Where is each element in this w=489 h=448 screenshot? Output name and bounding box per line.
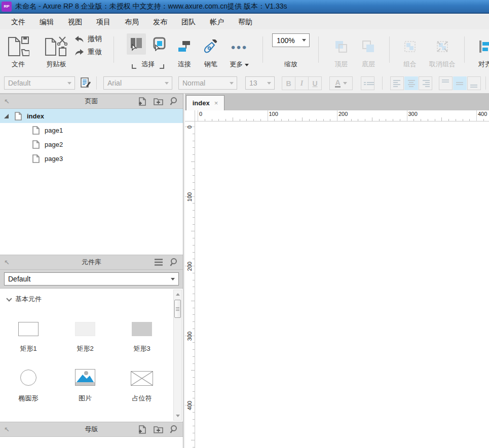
font-size-select[interactable]: 13 [245, 76, 275, 90]
tree-item-page2[interactable]: page2 [0, 137, 183, 151]
scroll-up-icon[interactable] [176, 293, 180, 296]
bold-button[interactable]: B [282, 76, 295, 90]
widget-item-rect3[interactable]: 矩形3 [114, 307, 170, 356]
clipboard-icon [44, 33, 68, 60]
chevron-down-icon [6, 296, 12, 301]
ruler-tick [193, 217, 195, 218]
pen-label: 钢笔 [204, 60, 217, 69]
file-button[interactable]: 文件 [3, 33, 33, 69]
menu-item-6[interactable]: 团队 [174, 16, 203, 29]
undo-icon [75, 36, 84, 43]
menu-item-1[interactable]: 编辑 [32, 16, 61, 29]
align-bottom-icon [470, 79, 478, 88]
add-page-icon[interactable] [138, 425, 147, 434]
redo-button[interactable]: 重做 [75, 48, 102, 57]
tree-item-page3[interactable]: page3 [0, 151, 183, 166]
library-value: Default [5, 275, 167, 283]
ruler-tick [309, 119, 310, 121]
ruler-tick [386, 119, 386, 121]
bring-front-button[interactable]: 顶层 [329, 33, 353, 69]
align-right-button[interactable] [419, 76, 432, 90]
search-icon[interactable] [170, 97, 179, 106]
ungroup-button[interactable]: 取消组合 [425, 33, 460, 69]
align-top-button[interactable] [439, 76, 453, 90]
more-button[interactable]: ●●● 更多 [225, 33, 253, 69]
menu-item-7[interactable]: 帐户 [203, 16, 231, 29]
ruler-tick [413, 119, 414, 121]
font-color-button[interactable]: A [329, 76, 353, 90]
bring-front-label: 顶层 [334, 60, 348, 69]
zoom-select[interactable]: 100% [272, 33, 310, 47]
ruler-label: 400 [478, 111, 487, 117]
connect-button[interactable]: 连接 [173, 33, 196, 69]
menu-item-4[interactable]: 布局 [118, 16, 146, 29]
ruler-tick [193, 329, 195, 329]
ruler-tick [428, 119, 428, 121]
library-select[interactable]: Default [4, 272, 179, 286]
font-weight-select[interactable]: Normal [178, 76, 237, 90]
ruler-tick [193, 433, 195, 433]
clipboard-button[interactable]: 剪贴板 [40, 33, 73, 69]
undo-button[interactable]: 撤销 [75, 34, 102, 44]
widget-item-ellipse[interactable]: 椭圆形 [0, 356, 57, 406]
style-select[interactable]: Default [4, 76, 75, 90]
zoom-group: 100% 缩放 [271, 33, 311, 69]
search-icon[interactable] [170, 425, 179, 434]
widget-item-placeholder[interactable]: 占位符 [114, 356, 170, 406]
widget-item-image[interactable]: 图片 [57, 356, 114, 406]
underline-button[interactable]: U [308, 76, 322, 90]
toolbar-separator [262, 36, 263, 63]
align-bottom-button[interactable] [467, 76, 481, 90]
ruler-tick [233, 117, 233, 121]
group-icon [403, 33, 417, 60]
group-button[interactable]: 组合 [398, 33, 422, 69]
tree-expand-icon[interactable] [4, 114, 9, 118]
scrollbar-thumb[interactable] [174, 300, 181, 318]
italic-button[interactable]: I [295, 76, 309, 90]
ruler-tick [407, 110, 407, 121]
add-folder-icon[interactable] [154, 425, 163, 434]
add-page-icon[interactable] [138, 97, 147, 106]
menu-item-2[interactable]: 视图 [61, 16, 89, 29]
tab-index[interactable]: index × [186, 95, 224, 110]
more-label: 更多 [230, 60, 249, 69]
menu-item-8[interactable]: 帮助 [231, 16, 259, 29]
menu-item-5[interactable]: 发布 [146, 16, 174, 29]
ruler-tick [212, 119, 212, 121]
menu-item-3[interactable]: 项目 [89, 16, 118, 29]
select-contain-button[interactable] [150, 33, 169, 55]
pages-panel: ↖ 页面 [0, 94, 183, 255]
align-button[interactable]: 对齐 [473, 33, 489, 69]
ruler-tick [193, 384, 195, 385]
send-back-button[interactable]: 底层 [357, 33, 380, 69]
widget-section-header[interactable]: 基本元件 [0, 289, 183, 304]
bullet-list-button[interactable] [361, 76, 374, 90]
close-icon[interactable]: × [214, 99, 218, 107]
align-left-button[interactable] [390, 76, 404, 90]
widget-item-rect2[interactable]: 矩形2 [57, 307, 114, 356]
widgets-scrollbar[interactable] [173, 290, 182, 421]
pen-button[interactable]: 钢笔 [200, 33, 222, 69]
add-folder-icon[interactable] [154, 97, 163, 106]
edit-style-icon[interactable] [80, 77, 91, 91]
ruler-tick [476, 110, 477, 121]
design-canvas[interactable] [195, 121, 489, 448]
align-middle-button[interactable] [453, 76, 467, 90]
ruler-tick [193, 342, 195, 343]
masters-panel-header: ↖ 母版 [0, 422, 183, 437]
menu-item-0[interactable]: 文件 [4, 16, 32, 29]
tree-item-root[interactable]: index [0, 109, 183, 123]
align-center-button[interactable] [404, 76, 418, 90]
chevron-down-icon[interactable] [299, 34, 309, 47]
ellipse-glyph-icon [20, 370, 36, 386]
select-intersect-button[interactable] [127, 33, 146, 55]
tree-item-page1[interactable]: page1 [0, 123, 183, 137]
ruler-tick [441, 117, 442, 121]
widget-item-rect1[interactable]: 矩形1 [0, 307, 57, 356]
menu-hamburger-icon[interactable] [154, 258, 163, 266]
horizontal-ruler: 0100200300400 [195, 110, 489, 121]
ruler-label: 0 [186, 121, 193, 135]
scroll-down-icon[interactable] [176, 415, 180, 417]
font-select[interactable]: Arial [103, 76, 172, 90]
search-icon[interactable] [170, 258, 179, 267]
